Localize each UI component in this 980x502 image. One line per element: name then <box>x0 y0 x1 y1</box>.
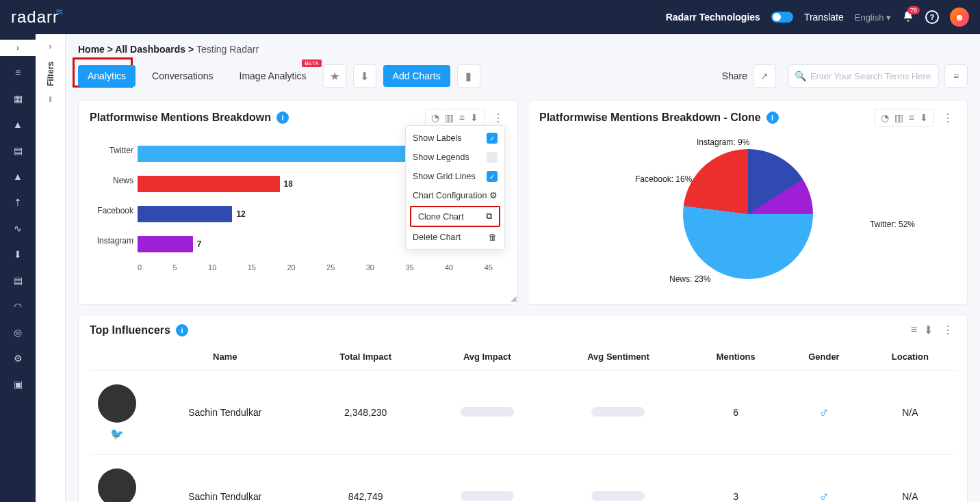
x-tick: 45 <box>485 263 493 272</box>
tab-analytics[interactable]: Analytics <box>78 65 136 87</box>
cell-avg-impact <box>426 371 549 455</box>
lines-toggle-icon[interactable]: ≡ <box>459 112 465 123</box>
nav-trend-icon[interactable]: ∿ <box>8 219 27 238</box>
add-charts-button[interactable]: Add Charts <box>383 65 450 87</box>
notification-badge: 76 <box>907 6 920 14</box>
lines-toggle-icon[interactable]: ≡ <box>909 112 914 123</box>
filter-rail: › Filters ⦀ <box>36 34 66 502</box>
nav-report-icon[interactable]: ▤ <box>8 271 27 290</box>
avatar[interactable] <box>98 384 136 423</box>
company-name: Radarr Technologies <box>666 12 760 23</box>
x-tick: 30 <box>366 263 374 272</box>
x-tick: 25 <box>326 263 335 272</box>
card-title: Top Influencers <box>90 324 170 336</box>
info-icon[interactable]: i <box>176 324 188 336</box>
translate-toggle[interactable] <box>771 12 793 23</box>
bookmark-icon[interactable]: ▮ <box>457 64 480 88</box>
tab-conversations[interactable]: Conversations <box>142 65 223 87</box>
download-chart-icon[interactable]: ⬇ <box>920 112 928 123</box>
resize-handle-icon[interactable]: ◢ <box>511 294 516 303</box>
filter-bars-icon[interactable]: ⦀ <box>49 94 52 104</box>
nav-grid-icon[interactable]: ▦ <box>8 89 27 108</box>
download-chart-icon[interactable]: ⬇ <box>470 112 478 123</box>
nav-stats-icon[interactable]: ⇡ <box>8 193 27 212</box>
chart-menu-icon[interactable]: ⋮ <box>940 111 956 124</box>
cell-mentions: 6 <box>688 371 784 455</box>
x-tick: 10 <box>208 263 216 272</box>
crumb-dashboards[interactable]: All Dashboards <box>115 44 185 55</box>
download-icon[interactable]: ⬇ <box>353 64 376 88</box>
male-icon: ♂ <box>818 405 829 420</box>
user-avatar[interactable]: ☻ <box>950 8 969 27</box>
search-input[interactable] <box>810 71 933 81</box>
bar-fill <box>138 176 280 192</box>
chart-menu-icon[interactable]: ⋮ <box>490 111 506 124</box>
card-bar-breakdown: Platformwise Mentions Breakdown i ◔ ▥ ≡ … <box>78 100 518 305</box>
nav-download-icon[interactable]: ⬇ <box>8 245 27 264</box>
avatar[interactable] <box>98 468 136 502</box>
nav-alert-icon[interactable]: ▲ <box>8 167 27 186</box>
bar-toggle-icon[interactable]: ▥ <box>894 112 903 123</box>
card-top-influencers: Top Influencers i ≡ ⬇ ⋮ Name Total Impac… <box>78 315 968 502</box>
nav-gauge-icon[interactable]: ◠ <box>8 297 27 316</box>
dd-config[interactable]: Chart Configuration⚙ <box>406 186 504 204</box>
nav-save-icon[interactable]: ▣ <box>8 375 27 394</box>
bar-category: Twitter <box>95 146 133 155</box>
bar-toggle-icon[interactable]: ▥ <box>445 112 454 123</box>
twitter-icon: 🐦 <box>95 427 139 440</box>
cell-gender: ♂ <box>784 371 864 455</box>
male-icon: ♂ <box>818 489 829 503</box>
download-icon[interactable]: ⬇ <box>924 323 933 336</box>
search-box[interactable]: 🔍 <box>788 64 939 88</box>
cell-total-impact: 842,749 <box>306 455 426 503</box>
dd-show-legends[interactable]: Show Legends <box>406 148 504 167</box>
pie-label-instagram: Instagram: 9% <box>697 137 749 147</box>
col-total-impact: Total Impact <box>306 343 426 371</box>
nav-fire-icon[interactable]: ▲ <box>8 115 27 134</box>
nav-rail: › ≡ ▦ ▲ ▤ ▲ ⇡ ∿ ⬇ ▤ ◠ ◎ ⚙ ▣ <box>0 34 36 502</box>
crumb-home[interactable]: Home <box>78 44 105 55</box>
logo[interactable]: radarr≋ <box>11 8 59 27</box>
pie-label-twitter: Twitter: 52% <box>870 220 915 229</box>
favorite-icon[interactable]: ★ <box>323 64 346 88</box>
cell-avg-impact <box>426 455 549 503</box>
chart-menu-icon[interactable]: ⋮ <box>940 323 956 336</box>
dd-show-grid[interactable]: Show Grid Lines✓ <box>406 167 504 186</box>
language-select[interactable]: English ▾ <box>855 12 891 23</box>
help-icon[interactable]: ? <box>925 10 939 24</box>
bar-category: Facebook <box>95 206 133 215</box>
cell-avg-sentiment <box>549 455 688 503</box>
col-mentions: Mentions <box>688 343 784 371</box>
cell-gender: ♂ <box>784 455 864 503</box>
cell-name: Sachin Tendulkar <box>144 455 306 503</box>
dd-delete[interactable]: Delete Chart🗑 <box>406 228 504 246</box>
nav-expand[interactable]: › <box>0 40 36 56</box>
sort-icon[interactable]: ≡ <box>911 323 917 336</box>
search-filter-icon[interactable]: ≡ <box>944 64 968 88</box>
bar-fill <box>138 206 232 222</box>
cell-total-impact: 2,348,230 <box>306 371 426 455</box>
tab-image-analytics[interactable]: Image Analytics BETA <box>230 65 316 87</box>
table-row[interactable]: 🐦 Sachin Tendulkar 2,348,230 6 ♂ N/A <box>90 371 956 455</box>
info-icon[interactable]: i <box>766 111 779 124</box>
filter-expand[interactable]: › <box>44 40 57 53</box>
pie-toggle-icon[interactable]: ◔ <box>881 112 889 123</box>
filters-label: Filters <box>46 62 55 86</box>
share-icon[interactable]: ↗ <box>753 64 776 88</box>
dd-clone[interactable]: Clone Chart⧉ <box>410 206 500 227</box>
nav-database-icon[interactable]: ≡ <box>8 63 27 82</box>
pie-label-facebook: Facebook: 16% <box>635 174 692 184</box>
beta-badge: BETA <box>302 60 321 67</box>
dd-show-labels[interactable]: Show Labels✓ <box>406 129 504 148</box>
notifications-icon[interactable]: 76 <box>902 10 914 25</box>
col-gender: Gender <box>784 343 864 371</box>
nav-file-icon[interactable]: ▤ <box>8 141 27 160</box>
nav-target-icon[interactable]: ◎ <box>8 323 27 342</box>
pie-toggle-icon[interactable]: ◔ <box>431 112 439 123</box>
nav-settings-icon[interactable]: ⚙ <box>8 349 27 368</box>
breadcrumb: Home > All Dashboards > Testing Radarr <box>78 44 968 55</box>
table-row[interactable]: 🐦 Sachin Tendulkar 842,749 3 ♂ N/A <box>90 455 956 503</box>
info-icon[interactable]: i <box>276 111 289 124</box>
col-name: Name <box>144 343 306 371</box>
chart-menu-dropdown: Show Labels✓ Show Legends Show Grid Line… <box>405 125 505 250</box>
